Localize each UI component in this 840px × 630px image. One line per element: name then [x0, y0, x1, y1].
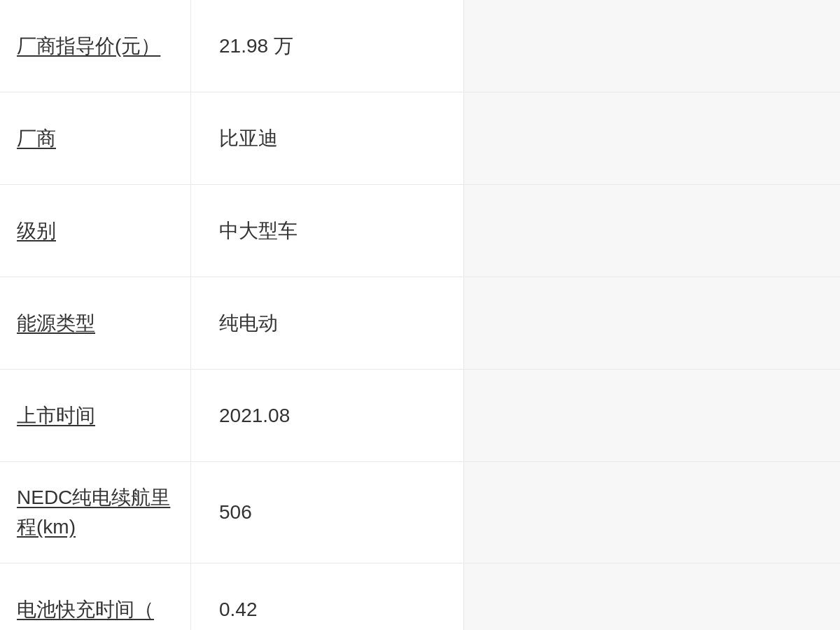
value-launch-date: 2021.08 [191, 370, 464, 461]
value-text-launch-date: 2021.08 [219, 405, 290, 427]
value-text-class: 中大型车 [219, 218, 298, 244]
value-text-msrp: 21.98 万 [219, 33, 293, 59]
label-fast-charge: 电池快充时间（ [0, 564, 191, 630]
extra-fast-charge [464, 564, 840, 630]
extra-manufacturer [464, 92, 840, 184]
table-row: 上市时间 2021.08 [0, 370, 840, 462]
label-text-nedc-range: NEDC纯电续航里程(km) [17, 483, 174, 542]
label-manufacturer: 厂商 [0, 92, 191, 184]
label-text-fast-charge: 电池快充时间（ [17, 595, 154, 624]
value-nedc-range: 506 [191, 462, 464, 563]
value-class: 中大型车 [191, 185, 464, 276]
value-fast-charge: 0.42 [191, 564, 464, 630]
extra-class [464, 185, 840, 276]
label-msrp: 厂商指导价(元） [0, 0, 191, 92]
table-row: 厂商 比亚迪 [0, 92, 840, 185]
label-text-energy-type: 能源类型 [17, 309, 95, 338]
value-text-fast-charge: 0.42 [219, 598, 258, 621]
value-energy-type: 纯电动 [191, 277, 464, 369]
extra-launch-date [464, 370, 840, 461]
spec-table: 厂商指导价(元） 21.98 万 厂商 比亚迪 级别 中大型车 能源类型 纯电动 [0, 0, 840, 630]
label-text-manufacturer: 厂商 [17, 124, 56, 153]
extra-nedc-range [464, 462, 840, 563]
value-text-manufacturer: 比亚迪 [219, 125, 278, 152]
table-row: 厂商指导价(元） 21.98 万 [0, 0, 840, 92]
table-row: 级别 中大型车 [0, 185, 840, 277]
extra-msrp [464, 0, 840, 92]
value-text-nedc-range: 506 [219, 501, 252, 524]
label-nedc-range: NEDC纯电续航里程(km) [0, 462, 191, 563]
label-text-msrp: 厂商指导价(元） [17, 31, 160, 61]
table-row: NEDC纯电续航里程(km) 506 [0, 462, 840, 564]
value-manufacturer: 比亚迪 [191, 92, 464, 184]
label-launch-date: 上市时间 [0, 370, 191, 461]
label-text-class: 级别 [17, 216, 56, 246]
label-energy-type: 能源类型 [0, 277, 191, 369]
label-class: 级别 [0, 185, 191, 276]
table-row: 能源类型 纯电动 [0, 277, 840, 370]
extra-energy-type [464, 277, 840, 369]
label-text-launch-date: 上市时间 [17, 401, 95, 430]
value-msrp: 21.98 万 [191, 0, 464, 92]
table-row: 电池快充时间（ 0.42 [0, 564, 840, 630]
value-text-energy-type: 纯电动 [219, 310, 278, 337]
